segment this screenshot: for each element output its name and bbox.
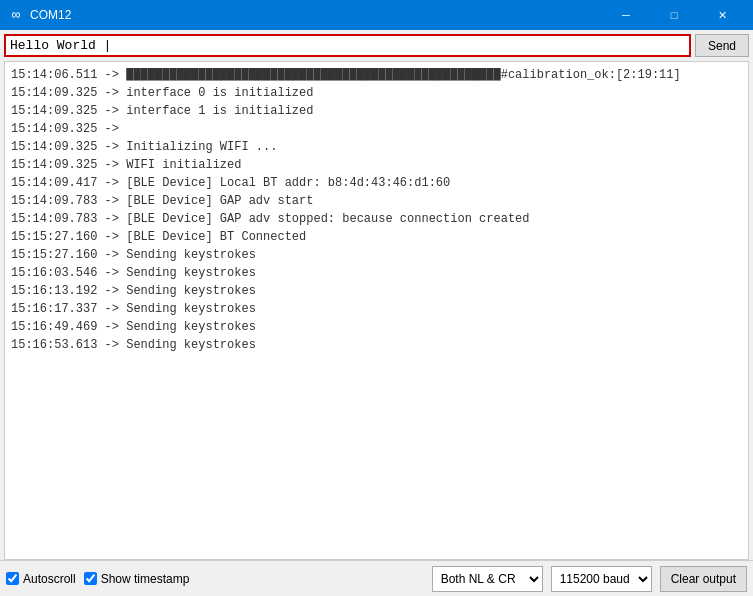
output-line: 15:14:09.325 -> xyxy=(11,120,742,138)
output-area: 15:14:06.511 -> ████████████████████████… xyxy=(4,61,749,560)
show-timestamp-checkbox[interactable] xyxy=(84,572,97,585)
output-line: 15:14:09.325 -> interface 0 is initializ… xyxy=(11,84,742,102)
output-line: 15:16:17.337 -> Sending keystrokes xyxy=(11,300,742,318)
serial-input[interactable] xyxy=(4,34,691,57)
output-line: 15:14:09.783 -> [BLE Device] GAP adv sto… xyxy=(11,210,742,228)
titlebar: ∞ COM12 ─ □ ✕ xyxy=(0,0,753,30)
output-line: 15:14:09.417 -> [BLE Device] Local BT ad… xyxy=(11,174,742,192)
autoscroll-text: Autoscroll xyxy=(23,572,76,586)
output-line: 15:16:03.546 -> Sending keystrokes xyxy=(11,264,742,282)
minimize-button[interactable]: ─ xyxy=(603,0,649,30)
arduino-icon: ∞ xyxy=(8,7,24,23)
output-line: 15:16:49.469 -> Sending keystrokes xyxy=(11,318,742,336)
output-line: 15:15:27.160 -> [BLE Device] BT Connecte… xyxy=(11,228,742,246)
output-line: 15:16:13.192 -> Sending keystrokes xyxy=(11,282,742,300)
output-line: 15:14:06.511 -> ████████████████████████… xyxy=(11,66,742,84)
autoscroll-label[interactable]: Autoscroll xyxy=(6,572,76,586)
output-line: 15:14:09.783 -> [BLE Device] GAP adv sta… xyxy=(11,192,742,210)
statusbar: Autoscroll Show timestamp No line ending… xyxy=(0,560,753,596)
output-line: 15:14:09.325 -> WIFI initialized xyxy=(11,156,742,174)
window-title: COM12 xyxy=(30,8,603,22)
maximize-button[interactable]: □ xyxy=(651,0,697,30)
window-controls: ─ □ ✕ xyxy=(603,0,745,30)
output-line: 15:14:09.325 -> Initializing WIFI ... xyxy=(11,138,742,156)
output-line: 15:15:27.160 -> Sending keystrokes xyxy=(11,246,742,264)
autoscroll-checkbox[interactable] xyxy=(6,572,19,585)
input-row: Send xyxy=(0,30,753,61)
baud-rate-select[interactable]: 300 baud1200 baud2400 baud4800 baud9600 … xyxy=(551,566,652,592)
show-timestamp-label[interactable]: Show timestamp xyxy=(84,572,190,586)
show-timestamp-text: Show timestamp xyxy=(101,572,190,586)
output-line: 15:14:09.325 -> interface 1 is initializ… xyxy=(11,102,742,120)
line-ending-select[interactable]: No line endingNewlineCarriage returnBoth… xyxy=(432,566,543,592)
clear-output-button[interactable]: Clear output xyxy=(660,566,747,592)
output-line: 15:16:53.613 -> Sending keystrokes xyxy=(11,336,742,354)
send-button[interactable]: Send xyxy=(695,34,749,57)
close-button[interactable]: ✕ xyxy=(699,0,745,30)
